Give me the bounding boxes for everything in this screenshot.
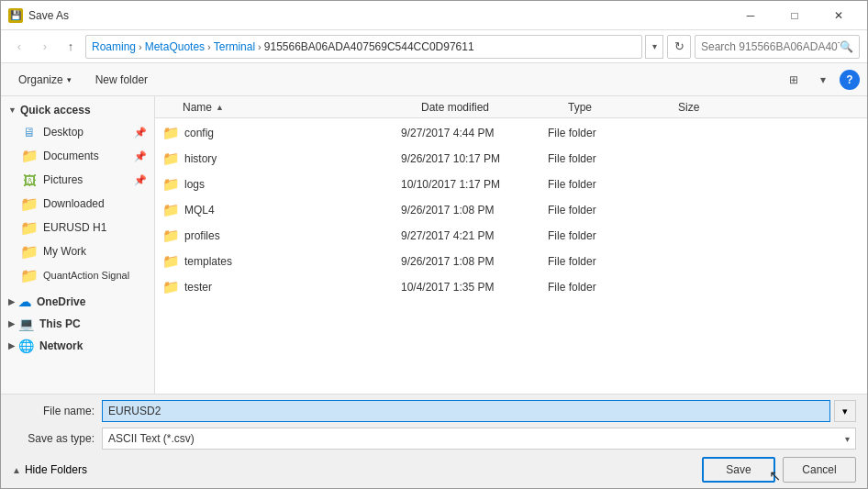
sidebar-item-documents[interactable]: 📁 Documents 📌 xyxy=(1,144,154,168)
sidebar-section-quick-access[interactable]: ▼ Quick access xyxy=(1,100,154,120)
table-row[interactable]: 📁 logs 10/10/2017 1:17 PM File folder xyxy=(155,172,867,197)
hide-folders-label: Hide Folders xyxy=(25,463,87,476)
forward-button[interactable]: › xyxy=(34,36,56,58)
table-row[interactable]: 📁 history 9/26/2017 10:17 PM File folder xyxy=(155,146,867,172)
breadcrumb-metaquotes[interactable]: MetaQuotes xyxy=(145,40,205,53)
sidebar-item-mywork[interactable]: 📁 My Work xyxy=(1,239,154,263)
thispc-section-icon: 💻 xyxy=(18,317,34,331)
mywork-icon: 📁 xyxy=(21,243,38,260)
filename-input[interactable] xyxy=(102,400,830,422)
cancel-button[interactable]: Cancel xyxy=(783,457,856,483)
folder-icon: 📁 xyxy=(162,228,179,244)
network-section-icon: 🌐 xyxy=(18,339,34,353)
breadcrumb-roaming[interactable]: Roaming xyxy=(92,40,136,53)
sidebar-section-thispc[interactable]: ▶ 💻 This PC xyxy=(1,313,154,335)
pictures-label: Pictures xyxy=(43,173,83,186)
search-box[interactable]: 🔍 xyxy=(695,35,860,59)
sidebar-item-quantaction[interactable]: 📁 QuantAction Signal xyxy=(1,263,154,287)
sidebar-item-pictures[interactable]: 🖼 Pictures 📌 xyxy=(1,168,154,192)
sidebar-section-network[interactable]: ▶ 🌐 Network xyxy=(1,335,154,357)
downloaded-label: Downloaded xyxy=(43,197,105,210)
eurusd-label: EURUSD H1 xyxy=(43,221,106,234)
file-name: logs xyxy=(184,178,401,191)
folder-icon: 📁 xyxy=(162,279,179,295)
pin-icon: 📌 xyxy=(134,127,147,139)
onedrive-chevron: ▶ xyxy=(8,297,15,306)
file-type: File folder xyxy=(548,255,658,268)
table-row[interactable]: 📁 config 9/27/2017 4:44 PM File folder xyxy=(155,120,867,146)
file-type: File folder xyxy=(548,152,658,165)
sidebar-item-eurusd[interactable]: 📁 EURUSD H1 xyxy=(1,216,154,239)
sort-arrow: ▲ xyxy=(216,103,224,112)
file-date: 9/26/2017 1:08 PM xyxy=(401,255,548,268)
table-row[interactable]: 📁 profiles 9/27/2017 4:21 PM File folder xyxy=(155,223,867,249)
view-dropdown-button[interactable]: ▾ xyxy=(810,69,836,91)
view-details-button[interactable]: ⊞ xyxy=(781,69,807,91)
file-name: profiles xyxy=(184,229,401,242)
quantaction-label: QuantAction Signal xyxy=(43,270,129,281)
thispc-label: This PC xyxy=(39,317,81,330)
filename-dropdown[interactable]: ▾ xyxy=(834,400,856,422)
back-button[interactable]: ‹ xyxy=(8,36,30,58)
file-header: Name ▲ Date modified Type Size xyxy=(155,96,867,118)
search-input[interactable] xyxy=(701,40,840,53)
maximize-button[interactable]: □ xyxy=(773,1,816,30)
file-type: File folder xyxy=(548,178,658,191)
col-header-date[interactable]: Date modified xyxy=(421,101,568,114)
file-name: MQL4 xyxy=(184,204,401,217)
sidebar-item-downloaded[interactable]: 📁 Downloaded xyxy=(1,192,154,216)
file-type: File folder xyxy=(548,229,658,242)
table-row[interactable]: 📁 tester 10/4/2017 1:35 PM File folder xyxy=(155,274,867,300)
savetype-arrow: ▾ xyxy=(845,434,850,444)
downloaded-icon: 📁 xyxy=(21,195,38,212)
organize-button[interactable]: Organize ▾ xyxy=(8,67,82,93)
folder-icon: 📁 xyxy=(162,176,179,193)
file-name: tester xyxy=(184,281,401,294)
close-button[interactable]: ✕ xyxy=(818,1,860,30)
breadcrumb-current: 915566BA06ADA407569C544CC0D97611 xyxy=(264,40,474,53)
col-header-name[interactable]: Name ▲ xyxy=(183,101,421,114)
hide-folders-toggle[interactable]: ▲ Hide Folders xyxy=(12,463,87,476)
file-date: 9/26/2017 10:17 PM xyxy=(401,152,548,165)
file-pane: Name ▲ Date modified Type Size 📁 config … xyxy=(155,96,867,394)
file-date: 10/4/2017 1:35 PM xyxy=(401,281,548,294)
window-icon: 💾 xyxy=(8,8,23,23)
file-date: 9/26/2017 1:08 PM xyxy=(401,204,548,217)
savetype-select[interactable]: ASCII Text (*.csv) ▾ xyxy=(102,428,856,450)
folder-icon: 📁 xyxy=(162,125,179,141)
network-chevron: ▶ xyxy=(8,341,15,350)
documents-label: Documents xyxy=(43,150,99,162)
file-list: 📁 config 9/27/2017 4:44 PM File folder 📁… xyxy=(155,118,867,394)
toolbar: Organize ▾ New folder ⊞ ▾ ? xyxy=(1,63,867,96)
help-button[interactable]: ? xyxy=(840,70,860,90)
cursor-indicator: ↖ xyxy=(769,467,781,484)
quick-access-label: Quick access xyxy=(20,104,91,117)
sidebar-item-desktop[interactable]: 🖥 Desktop 📌 xyxy=(1,120,154,144)
breadcrumb-dropdown[interactable]: ▾ xyxy=(645,35,663,59)
up-button[interactable]: ↑ xyxy=(60,36,82,58)
table-row[interactable]: 📁 templates 9/26/2017 1:08 PM File folde… xyxy=(155,249,867,274)
action-row: ▲ Hide Folders Save ↖ Cancel xyxy=(12,455,856,483)
thispc-chevron: ▶ xyxy=(8,319,15,328)
sidebar-section-onedrive[interactable]: ▶ ☁ OneDrive xyxy=(1,291,154,313)
table-row[interactable]: 📁 MQL4 9/26/2017 1:08 PM File folder xyxy=(155,197,867,223)
desktop-label: Desktop xyxy=(43,126,83,139)
hide-folders-chevron: ▲ xyxy=(12,465,21,475)
minimize-button[interactable]: ─ xyxy=(729,1,772,30)
refresh-button[interactable]: ↻ xyxy=(667,35,691,59)
desktop-icon: 🖥 xyxy=(21,124,38,140)
pin-icon-pics: 📌 xyxy=(134,174,147,186)
col-header-type[interactable]: Type xyxy=(568,101,678,114)
window-title: Save As xyxy=(28,9,729,22)
savetype-label: Save as type: xyxy=(12,432,95,445)
save-button[interactable]: Save ↖ xyxy=(702,457,775,483)
main-content: ▼ Quick access 🖥 Desktop 📌 📁 Documents 📌… xyxy=(1,96,867,394)
documents-icon: 📁 xyxy=(21,148,38,164)
filename-row: File name: ▾ xyxy=(12,400,856,422)
new-folder-button[interactable]: New folder xyxy=(85,67,158,93)
breadcrumb-terminal[interactable]: Terminal xyxy=(214,40,255,53)
quantaction-icon: 📁 xyxy=(21,267,38,283)
breadcrumb[interactable]: Roaming › MetaQuotes › Terminal › 915566… xyxy=(85,35,642,59)
pictures-icon: 🖼 xyxy=(21,172,38,188)
col-header-size[interactable]: Size xyxy=(678,101,751,114)
